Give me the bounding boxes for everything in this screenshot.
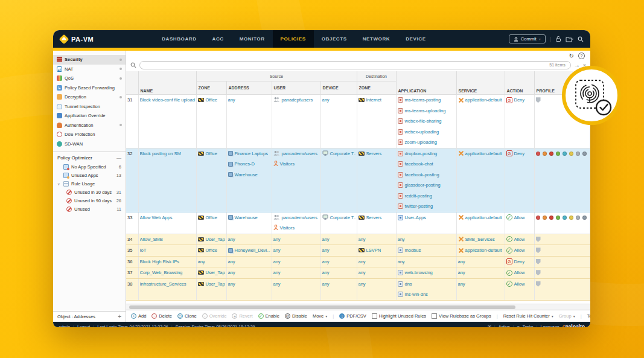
profile-shield-icon[interactable]	[536, 248, 541, 253]
item-menu-dot[interactable]	[120, 68, 122, 70]
address-value[interactable]: Warehouse	[235, 215, 258, 220]
device-value[interactable]: Corporate T…	[330, 215, 355, 220]
column-header-dest-zone[interactable]: ZONE	[357, 82, 396, 95]
profile-icon-7[interactable]	[582, 152, 587, 156]
application-value[interactable]: modbus	[405, 248, 421, 253]
action-value[interactable]: Allow	[514, 248, 525, 253]
rule-name-link[interactable]: Corp_Web_Browsing	[140, 270, 183, 275]
address-value[interactable]: any	[228, 237, 235, 242]
profile-shield-icon[interactable]	[536, 237, 541, 242]
delete-button[interactable]: −Delete	[151, 313, 172, 319]
lock-icon[interactable]	[555, 36, 561, 42]
collapse-icon[interactable]: —	[116, 155, 121, 161]
sidebar-item-decryption[interactable]: Decryption	[53, 92, 126, 102]
application-value[interactable]: any	[398, 259, 405, 264]
disable-button[interactable]: ⊘Disable	[285, 313, 307, 319]
profile-icon-0[interactable]	[536, 216, 540, 220]
scrollbar-thumb[interactable]	[129, 305, 515, 309]
view-rulebase-as-groups-checkbox[interactable]	[432, 313, 437, 319]
clone-button[interactable]: ⊙Clone	[177, 313, 197, 319]
highlight-unused-rules-button[interactable]: Highlight Unused Rules	[372, 313, 426, 319]
sidebar-item-dos-protection[interactable]: DoS Protection	[53, 130, 126, 139]
address-value[interactable]: Warehouse	[235, 172, 258, 177]
application-value[interactable]: zoom-uploading	[405, 139, 437, 145]
application-value[interactable]: ms-teams-uploading	[405, 108, 446, 113]
po-item-unused-in-90-days[interactable]: Unused in 90 days 26	[53, 196, 126, 205]
profile-icon-5[interactable]	[569, 216, 573, 220]
device-value[interactable]: any	[322, 281, 330, 287]
application-value[interactable]: glassdoor-posting	[405, 182, 441, 188]
zone-value[interactable]: Office	[206, 215, 217, 220]
nav-tab-objects[interactable]: OBJECTS	[314, 30, 355, 48]
zone-value[interactable]: Office	[206, 97, 217, 103]
column-header-address[interactable]: ADDRESS	[226, 82, 272, 95]
sidebar-item-authentication[interactable]: Authentication	[53, 121, 126, 130]
user-value[interactable]: any	[273, 281, 281, 287]
user-value[interactable]: Visitors	[280, 161, 295, 167]
profile-shield-icon[interactable]	[536, 97, 541, 103]
sidebar-item-nat[interactable]: ⇄ NAT	[53, 65, 126, 74]
rule-row-35[interactable]: 35 IoT OfficeHoneywell_Devi…anyanyLSVPNm…	[126, 245, 590, 257]
service-value[interactable]: any	[458, 281, 465, 287]
address-value[interactable]: Phones-D	[235, 161, 255, 167]
device-value[interactable]: any	[322, 248, 330, 253]
zone-value[interactable]: any	[198, 259, 205, 264]
profile-icon-3[interactable]	[556, 152, 560, 156]
profile-icon-4[interactable]	[563, 216, 567, 220]
service-value[interactable]: application-default	[465, 97, 502, 103]
application-value[interactable]: web-browsing	[405, 270, 433, 275]
nav-tab-device[interactable]: DEVICE	[398, 30, 433, 48]
column-header-service[interactable]: SERVICE	[456, 71, 505, 95]
column-header-name[interactable]: NAME	[138, 71, 196, 95]
service-value[interactable]: any	[458, 270, 465, 275]
rule-row-37[interactable]: 37 Corp_Web_Browsing User_Tapanyanyanyan…	[126, 267, 590, 279]
dest_zone-value[interactable]: any	[359, 281, 366, 287]
profile-icon-5[interactable]	[569, 152, 573, 156]
application-value[interactable]: User-Apps	[405, 215, 426, 220]
action-value[interactable]: Allow	[514, 237, 525, 242]
rule-name-link[interactable]: IoT	[140, 248, 147, 253]
mail-icon[interactable]: ✉	[488, 324, 491, 327]
user-value[interactable]: any	[273, 259, 281, 264]
po-item-unused[interactable]: Unused 11	[53, 205, 126, 213]
sidebar-item-qos[interactable]: QoS	[53, 74, 126, 83]
address-value[interactable]: any	[228, 281, 235, 287]
device-value[interactable]: Corporate T…	[330, 151, 355, 156]
application-value[interactable]: webex-file-sharing	[405, 118, 442, 124]
sidebar-item-security[interactable]: Security	[53, 55, 126, 65]
user-value[interactable]: Visitors	[280, 225, 295, 231]
item-menu-dot[interactable]	[120, 59, 122, 61]
view-rulebase-as-groups-button[interactable]: View Rulebase as Groups	[432, 313, 491, 319]
expand-panel-icon[interactable]: +	[118, 313, 121, 320]
move-button[interactable]: Move ▾	[313, 313, 327, 319]
service-value[interactable]: application-default	[465, 151, 502, 156]
rule-name-link[interactable]: Allow_SMB	[140, 237, 163, 242]
enable-button[interactable]: ✓Enable	[258, 313, 279, 319]
object-addresses-panel[interactable]: Object : Addresses +	[53, 311, 126, 322]
dest_zone-value[interactable]: any	[359, 270, 366, 275]
item-menu-dot[interactable]	[120, 124, 122, 126]
profile-icon-7[interactable]	[582, 216, 587, 220]
device-value[interactable]: any	[322, 259, 330, 264]
zone-value[interactable]: Office	[206, 248, 217, 253]
highlight-unused-rules-checkbox[interactable]	[372, 313, 377, 319]
test-policy-match-button[interactable]: Test Policy Match	[587, 313, 590, 319]
po-item-unused-apps[interactable]: Unused Apps 13	[53, 171, 126, 179]
zone-value[interactable]: User_Tap	[206, 270, 225, 275]
profile-icon-2[interactable]	[549, 152, 553, 156]
dest_zone-value[interactable]: Servers	[366, 151, 382, 156]
profile-shield-icon[interactable]	[536, 281, 541, 287]
po-item-unused-in-30-days[interactable]: Unused in 30 days 31	[53, 188, 126, 196]
user-value[interactable]: any	[273, 248, 281, 253]
user-value[interactable]: any	[273, 237, 281, 242]
add-button[interactable]: +Add	[131, 313, 146, 319]
action-value[interactable]: Allow	[514, 215, 525, 220]
sidebar-item-sd-wan[interactable]: SD-WAN	[53, 139, 126, 149]
address-value[interactable]: any	[228, 259, 235, 264]
profile-icon-6[interactable]	[576, 152, 580, 156]
profile-icon-2[interactable]	[549, 216, 553, 220]
help-icon[interactable]: ?	[578, 53, 585, 59]
reset-rule-hit-counter-button[interactable]: Reset Rule Hit Counter ▾	[503, 313, 553, 319]
profile-icon-1[interactable]	[543, 216, 547, 220]
rule-name-link[interactable]: Block posting on SM	[140, 151, 181, 156]
